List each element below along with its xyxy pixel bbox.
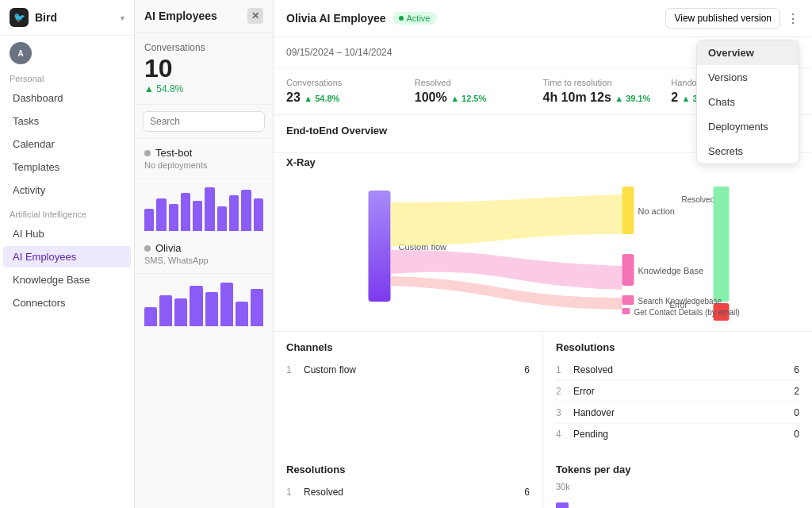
tab-secrets[interactable]: Secrets (697, 139, 799, 164)
sidebar-item-label: AI Employees (13, 251, 76, 263)
resolutions-title: Resolutions (556, 341, 799, 353)
panel-employee-list: Test-bot No deployments Olivia SMS, What… (135, 139, 273, 508)
bar (217, 206, 227, 231)
row-value: 0 (794, 407, 799, 418)
status-badge: Active (393, 12, 437, 25)
app-logo: 🐦 (10, 8, 29, 27)
sidebar-item-knowledge-base[interactable]: Knowledge Base (3, 269, 131, 291)
sidebar-item-activity[interactable]: Activity (3, 179, 131, 201)
page-title: Olivia AI Employee (286, 12, 386, 25)
section-ai-label: Artificial Intelligence (0, 202, 134, 222)
row-number: 3 (556, 407, 567, 418)
list-item[interactable]: Test-bot No deployments (135, 139, 273, 179)
stats-label: Conversations (144, 42, 263, 53)
bar (229, 195, 239, 231)
kpi-conversations: Conversations 23 ▲ 54.8% (286, 78, 415, 105)
sidebar-item-ai-employees[interactable]: AI Employees (3, 246, 131, 267)
kpi-resolved: Resolved 100% ▲ 12.5% (415, 78, 543, 105)
resolutions-tokens-row: Resolutions 1 Resolved 6 Tokens per day … (274, 454, 812, 508)
xray-section: X-Ray (274, 153, 812, 332)
bar (156, 198, 166, 231)
search-input[interactable] (143, 111, 265, 132)
tokens-title: Tokens per day (556, 464, 799, 475)
tabs-dropdown: Overview Versions Chats Deployments Secr… (696, 40, 799, 164)
panel-search-area (135, 105, 273, 139)
svg-text:Search Knowledgebase: Search Knowledgebase (638, 297, 722, 306)
view-published-label: View published version (674, 13, 772, 24)
row-label: Handover (573, 407, 787, 418)
user-avatar: A (10, 42, 32, 64)
sidebar-item-dashboard[interactable]: Dashboard (3, 87, 131, 109)
panel-close-button[interactable]: ✕ (247, 8, 263, 24)
svg-rect-0 (369, 190, 391, 302)
xray-sankey: Custom flow No action Resolved (286, 175, 799, 321)
table-row: 1 Resolved 6 (286, 482, 530, 502)
sidebar-item-templates[interactable]: Templates (3, 156, 131, 178)
table-row: 1 Custom flow 6 (286, 360, 530, 380)
bar (254, 198, 263, 231)
table-row: 3 Handover 0 (556, 402, 799, 424)
sidebar-item-connectors[interactable]: Connectors (3, 292, 131, 314)
date-range: 09/15/2024 – 10/14/2024 (286, 47, 392, 58)
employee-name: Test-bot (144, 147, 263, 159)
tab-overview[interactable]: Overview (697, 40, 799, 65)
row-value: 6 (524, 487, 530, 498)
main-title-row: Olivia AI Employee Active (286, 12, 437, 25)
sidebar-item-label: Dashboard (13, 92, 63, 104)
employee-sub: SMS, WhatsApp (144, 256, 263, 265)
bar (236, 302, 248, 326)
kpi-value: 23 ▲ 54.8% (286, 90, 402, 105)
svg-text:Resolved: Resolved (682, 195, 715, 204)
view-published-button[interactable]: View published version (665, 8, 780, 29)
bar (159, 295, 172, 326)
panel-stats: Conversations 10 ▲ 54.8% (135, 33, 273, 105)
tab-deployments[interactable]: Deployments (697, 114, 799, 139)
row-label: Error (573, 386, 787, 397)
active-dot (399, 16, 404, 21)
sidebar: 🐦 Bird ▾ A Personal Dashboard Tasks Cale… (0, 0, 135, 508)
tab-versions[interactable]: Versions (697, 65, 799, 90)
kpi-value: 100% ▲ 12.5% (415, 90, 530, 105)
sidebar-item-ai-hub[interactable]: AI Hub (3, 223, 131, 244)
row-value: 6 (524, 364, 530, 375)
sidebar-item-label: AI Hub (13, 228, 44, 240)
status-dot (144, 245, 151, 252)
resolutions2-col: Resolutions 1 Resolved 6 (274, 454, 543, 508)
resolutions2-title: Resolutions (286, 464, 530, 475)
main-header: Olivia AI Employee Active View published… (274, 0, 812, 37)
tokens-axis: 30k (556, 482, 799, 491)
tokens-chart (556, 495, 799, 508)
row-number: 2 (556, 386, 567, 397)
bar (220, 283, 233, 326)
bar (241, 190, 251, 231)
status-dot (144, 150, 151, 156)
list-item[interactable]: Olivia SMS, WhatsApp (135, 234, 273, 274)
row-number: 4 (556, 429, 567, 440)
table-row: 4 Pending 0 (556, 424, 799, 444)
employee-sub: No deployments (144, 160, 263, 170)
kpi-time: Time to resolution 4h 10m 12s ▲ 39.1% (543, 78, 672, 105)
svg-rect-5 (714, 187, 730, 302)
kebab-icon[interactable]: ⋮ (787, 11, 799, 26)
sidebar-item-tasks[interactable]: Tasks (3, 110, 131, 132)
app-brand: Bird (35, 11, 114, 24)
row-value: 6 (794, 364, 799, 375)
svg-rect-12 (622, 308, 630, 314)
svg-text:No action: No action (638, 206, 675, 216)
sidebar-item-calendar[interactable]: Calendar (3, 133, 131, 155)
svg-text:Get Contact Details (by email): Get Contact Details (by email) (634, 308, 740, 317)
mini-chart-1 (135, 179, 273, 234)
row-label: Resolved (304, 487, 518, 498)
kpi-value: 4h 10m 12s ▲ 39.1% (543, 90, 659, 105)
bar (144, 307, 157, 326)
section-personal-label: Personal (0, 66, 134, 87)
svg-rect-2 (622, 187, 634, 234)
header-right: View published version ⋮ Overview Versio… (665, 8, 799, 29)
tab-chats[interactable]: Chats (697, 90, 799, 114)
sidebar-brand-row[interactable]: 🐦 Bird ▾ (0, 0, 134, 36)
employee-name: Olivia (144, 242, 263, 254)
tokens-col: Tokens per day 30k (543, 454, 812, 508)
row-value: 0 (794, 429, 799, 440)
bar (193, 201, 202, 231)
row-number: 1 (286, 364, 297, 375)
